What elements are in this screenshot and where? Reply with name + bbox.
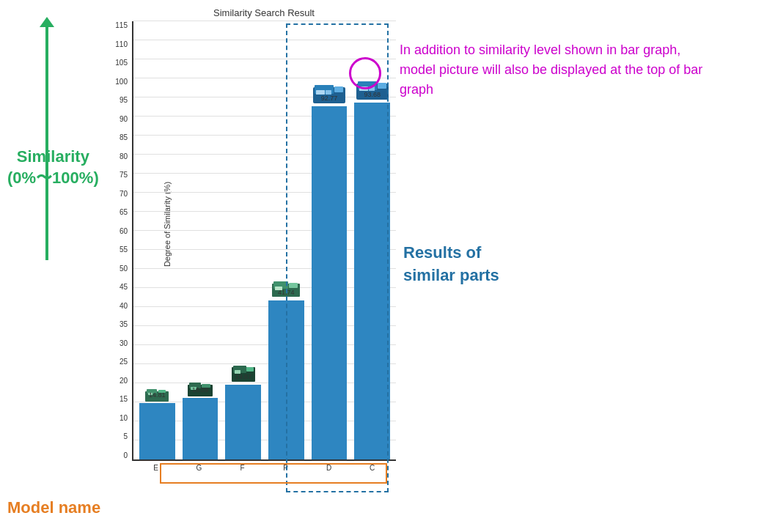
- bar-3: 19.67: [225, 385, 261, 459]
- y-label-110: 110: [106, 40, 128, 48]
- bar-5: 92.77: [312, 106, 348, 459]
- y-label-15: 15: [106, 395, 128, 403]
- bar-2: 16.09: [183, 398, 218, 459]
- bar-4: 41.74: [268, 300, 304, 459]
- svg-rect-18: [334, 86, 343, 92]
- y-label-85: 85: [106, 133, 128, 141]
- y-label-40: 40: [106, 302, 128, 310]
- x-label-2: G: [181, 464, 217, 472]
- y-label-105: 105: [106, 59, 128, 67]
- y-label-30: 30: [106, 339, 128, 347]
- results-line1: Results of: [403, 243, 481, 262]
- y-label-45: 45: [106, 283, 128, 291]
- green-similarity-arrow: [45, 26, 48, 260]
- y-label-35: 35: [106, 320, 128, 328]
- top-annotation: In addition to similarity level shown in…: [400, 40, 715, 100]
- results-annotation: Results of similar parts: [403, 242, 499, 287]
- bar3-value: 19.67: [235, 373, 251, 380]
- x-label-4: P: [268, 464, 304, 472]
- y-label-60: 60: [106, 227, 128, 235]
- x-label-1: E: [138, 464, 174, 472]
- svg-rect-23: [378, 83, 386, 89]
- x-label-5: D: [311, 464, 347, 472]
- svg-rect-14: [289, 283, 298, 288]
- bar-group-1: 14.81: [139, 21, 175, 459]
- chart-title: Similarity Search Result: [132, 7, 396, 18]
- x-axis-labels: E G F P D C: [132, 464, 396, 472]
- y-label-115: 115: [106, 21, 128, 29]
- y-label-0: 0: [106, 451, 128, 459]
- results-line2: similar parts: [403, 266, 499, 284]
- x-label-3: F: [224, 464, 260, 472]
- bar-group-3: 19.67: [225, 21, 261, 459]
- y-label-90: 90: [106, 115, 128, 123]
- y-axis-labels: 115 110 105 100 95 90 85 80 75 70 65 60 …: [106, 21, 128, 459]
- y-label-100: 100: [106, 78, 128, 86]
- bar6-value: 93.68: [364, 91, 381, 98]
- bar-6: 93.68: [354, 103, 390, 459]
- bar-group-5: 92.77: [312, 21, 348, 459]
- bar1-value: 14.81: [149, 391, 166, 399]
- similarity-label: Similarity (0%〜100%): [7, 147, 99, 188]
- svg-rect-10: [246, 367, 254, 372]
- similarity-text-line1: Similarity: [17, 147, 89, 166]
- y-label-65: 65: [106, 208, 128, 216]
- y-label-50: 50: [106, 265, 128, 273]
- y-label-55: 55: [106, 245, 128, 254]
- y-label-25: 25: [106, 358, 128, 366]
- y-label-10: 10: [106, 414, 128, 422]
- y-label-5: 5: [106, 432, 128, 440]
- top-annotation-text: In addition to similarity level shown in…: [400, 43, 702, 97]
- bar5-value: 92.77: [321, 95, 338, 102]
- bar-group-4: 41.74: [268, 21, 304, 459]
- bar-group-6: 93.68: [354, 21, 390, 459]
- y-label-75: 75: [106, 171, 128, 179]
- y-label-70: 70: [106, 190, 128, 198]
- bar-1: 14.81: [139, 403, 175, 459]
- model-name-label: Model name: [7, 498, 100, 517]
- bar2-value: 16.09: [192, 386, 209, 394]
- bar4-value: 41.74: [278, 289, 295, 296]
- y-label-80: 80: [106, 152, 128, 160]
- similarity-text-line2: (0%〜100%): [7, 169, 99, 187]
- y-label-20: 20: [106, 377, 128, 385]
- bar-group-2: 16.09: [183, 21, 218, 459]
- chart-area: Similarity Search Result Degree of Simil…: [132, 7, 396, 506]
- chart-inner: 115 110 105 100 95 90 85 80 75 70 65 60 …: [132, 21, 396, 461]
- bars-container: 14.81 16.09: [133, 21, 396, 459]
- x-label-6: C: [354, 464, 390, 472]
- y-label-95: 95: [106, 96, 128, 104]
